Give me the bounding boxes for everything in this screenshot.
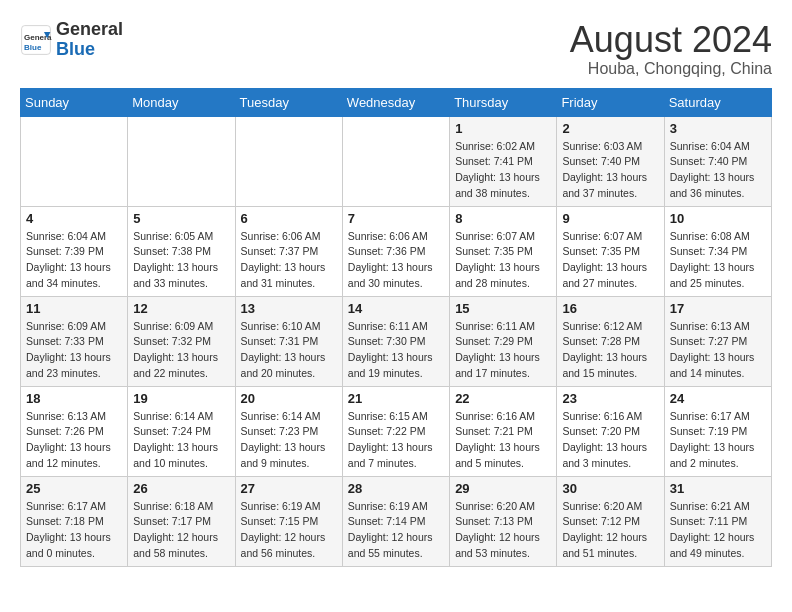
day-number: 18 bbox=[26, 391, 122, 406]
day-info: Sunrise: 6:16 AM Sunset: 7:20 PM Dayligh… bbox=[562, 409, 658, 472]
day-number: 27 bbox=[241, 481, 337, 496]
weekday-header-thursday: Thursday bbox=[450, 88, 557, 116]
calendar-cell: 5Sunrise: 6:05 AM Sunset: 7:38 PM Daylig… bbox=[128, 206, 235, 296]
logo: General Blue General Blue bbox=[20, 20, 123, 60]
month-year-title: August 2024 bbox=[570, 20, 772, 60]
calendar-week-row: 11Sunrise: 6:09 AM Sunset: 7:33 PM Dayli… bbox=[21, 296, 772, 386]
day-number: 22 bbox=[455, 391, 551, 406]
day-info: Sunrise: 6:10 AM Sunset: 7:31 PM Dayligh… bbox=[241, 319, 337, 382]
day-number: 2 bbox=[562, 121, 658, 136]
day-number: 12 bbox=[133, 301, 229, 316]
calendar-cell: 24Sunrise: 6:17 AM Sunset: 7:19 PM Dayli… bbox=[664, 386, 771, 476]
calendar-cell: 13Sunrise: 6:10 AM Sunset: 7:31 PM Dayli… bbox=[235, 296, 342, 386]
calendar-cell bbox=[128, 116, 235, 206]
day-number: 17 bbox=[670, 301, 766, 316]
calendar-week-row: 18Sunrise: 6:13 AM Sunset: 7:26 PM Dayli… bbox=[21, 386, 772, 476]
day-info: Sunrise: 6:13 AM Sunset: 7:26 PM Dayligh… bbox=[26, 409, 122, 472]
day-info: Sunrise: 6:08 AM Sunset: 7:34 PM Dayligh… bbox=[670, 229, 766, 292]
calendar-cell: 19Sunrise: 6:14 AM Sunset: 7:24 PM Dayli… bbox=[128, 386, 235, 476]
calendar-week-row: 1Sunrise: 6:02 AM Sunset: 7:41 PM Daylig… bbox=[21, 116, 772, 206]
location-subtitle: Houba, Chongqing, China bbox=[570, 60, 772, 78]
day-info: Sunrise: 6:17 AM Sunset: 7:19 PM Dayligh… bbox=[670, 409, 766, 472]
day-info: Sunrise: 6:13 AM Sunset: 7:27 PM Dayligh… bbox=[670, 319, 766, 382]
weekday-header-wednesday: Wednesday bbox=[342, 88, 449, 116]
day-info: Sunrise: 6:02 AM Sunset: 7:41 PM Dayligh… bbox=[455, 139, 551, 202]
calendar-cell bbox=[235, 116, 342, 206]
day-number: 30 bbox=[562, 481, 658, 496]
calendar-cell: 12Sunrise: 6:09 AM Sunset: 7:32 PM Dayli… bbox=[128, 296, 235, 386]
calendar-cell: 22Sunrise: 6:16 AM Sunset: 7:21 PM Dayli… bbox=[450, 386, 557, 476]
day-number: 13 bbox=[241, 301, 337, 316]
day-info: Sunrise: 6:20 AM Sunset: 7:13 PM Dayligh… bbox=[455, 499, 551, 562]
calendar-cell: 10Sunrise: 6:08 AM Sunset: 7:34 PM Dayli… bbox=[664, 206, 771, 296]
day-number: 10 bbox=[670, 211, 766, 226]
page-container: General Blue General Blue August 2024 Ho… bbox=[20, 20, 772, 567]
day-number: 14 bbox=[348, 301, 444, 316]
day-info: Sunrise: 6:05 AM Sunset: 7:38 PM Dayligh… bbox=[133, 229, 229, 292]
weekday-header-sunday: Sunday bbox=[21, 88, 128, 116]
day-info: Sunrise: 6:07 AM Sunset: 7:35 PM Dayligh… bbox=[562, 229, 658, 292]
calendar-body: 1Sunrise: 6:02 AM Sunset: 7:41 PM Daylig… bbox=[21, 116, 772, 566]
day-number: 29 bbox=[455, 481, 551, 496]
day-number: 3 bbox=[670, 121, 766, 136]
day-info: Sunrise: 6:19 AM Sunset: 7:15 PM Dayligh… bbox=[241, 499, 337, 562]
day-info: Sunrise: 6:06 AM Sunset: 7:36 PM Dayligh… bbox=[348, 229, 444, 292]
day-number: 9 bbox=[562, 211, 658, 226]
day-number: 24 bbox=[670, 391, 766, 406]
calendar-cell: 15Sunrise: 6:11 AM Sunset: 7:29 PM Dayli… bbox=[450, 296, 557, 386]
calendar-cell: 3Sunrise: 6:04 AM Sunset: 7:40 PM Daylig… bbox=[664, 116, 771, 206]
calendar-cell: 1Sunrise: 6:02 AM Sunset: 7:41 PM Daylig… bbox=[450, 116, 557, 206]
day-info: Sunrise: 6:14 AM Sunset: 7:23 PM Dayligh… bbox=[241, 409, 337, 472]
day-info: Sunrise: 6:04 AM Sunset: 7:39 PM Dayligh… bbox=[26, 229, 122, 292]
day-info: Sunrise: 6:06 AM Sunset: 7:37 PM Dayligh… bbox=[241, 229, 337, 292]
weekday-header-saturday: Saturday bbox=[664, 88, 771, 116]
calendar-cell: 30Sunrise: 6:20 AM Sunset: 7:12 PM Dayli… bbox=[557, 476, 664, 566]
day-info: Sunrise: 6:18 AM Sunset: 7:17 PM Dayligh… bbox=[133, 499, 229, 562]
calendar-cell: 23Sunrise: 6:16 AM Sunset: 7:20 PM Dayli… bbox=[557, 386, 664, 476]
calendar-cell: 20Sunrise: 6:14 AM Sunset: 7:23 PM Dayli… bbox=[235, 386, 342, 476]
svg-text:Blue: Blue bbox=[24, 42, 42, 51]
day-info: Sunrise: 6:17 AM Sunset: 7:18 PM Dayligh… bbox=[26, 499, 122, 562]
day-info: Sunrise: 6:14 AM Sunset: 7:24 PM Dayligh… bbox=[133, 409, 229, 472]
calendar-cell: 29Sunrise: 6:20 AM Sunset: 7:13 PM Dayli… bbox=[450, 476, 557, 566]
day-info: Sunrise: 6:11 AM Sunset: 7:29 PM Dayligh… bbox=[455, 319, 551, 382]
calendar-cell: 4Sunrise: 6:04 AM Sunset: 7:39 PM Daylig… bbox=[21, 206, 128, 296]
logo-text: General Blue bbox=[56, 20, 123, 60]
calendar-cell: 16Sunrise: 6:12 AM Sunset: 7:28 PM Dayli… bbox=[557, 296, 664, 386]
day-info: Sunrise: 6:11 AM Sunset: 7:30 PM Dayligh… bbox=[348, 319, 444, 382]
title-block: August 2024 Houba, Chongqing, China bbox=[570, 20, 772, 78]
calendar-cell: 28Sunrise: 6:19 AM Sunset: 7:14 PM Dayli… bbox=[342, 476, 449, 566]
weekday-header-friday: Friday bbox=[557, 88, 664, 116]
day-number: 4 bbox=[26, 211, 122, 226]
day-info: Sunrise: 6:16 AM Sunset: 7:21 PM Dayligh… bbox=[455, 409, 551, 472]
day-info: Sunrise: 6:21 AM Sunset: 7:11 PM Dayligh… bbox=[670, 499, 766, 562]
weekday-header-monday: Monday bbox=[128, 88, 235, 116]
calendar-cell: 18Sunrise: 6:13 AM Sunset: 7:26 PM Dayli… bbox=[21, 386, 128, 476]
day-number: 5 bbox=[133, 211, 229, 226]
weekday-header-tuesday: Tuesday bbox=[235, 88, 342, 116]
calendar-cell: 31Sunrise: 6:21 AM Sunset: 7:11 PM Dayli… bbox=[664, 476, 771, 566]
day-info: Sunrise: 6:04 AM Sunset: 7:40 PM Dayligh… bbox=[670, 139, 766, 202]
day-number: 7 bbox=[348, 211, 444, 226]
day-info: Sunrise: 6:12 AM Sunset: 7:28 PM Dayligh… bbox=[562, 319, 658, 382]
day-info: Sunrise: 6:03 AM Sunset: 7:40 PM Dayligh… bbox=[562, 139, 658, 202]
calendar-header: SundayMondayTuesdayWednesdayThursdayFrid… bbox=[21, 88, 772, 116]
day-number: 31 bbox=[670, 481, 766, 496]
page-header: General Blue General Blue August 2024 Ho… bbox=[20, 20, 772, 78]
day-number: 20 bbox=[241, 391, 337, 406]
calendar-cell: 26Sunrise: 6:18 AM Sunset: 7:17 PM Dayli… bbox=[128, 476, 235, 566]
calendar-week-row: 25Sunrise: 6:17 AM Sunset: 7:18 PM Dayli… bbox=[21, 476, 772, 566]
calendar-cell: 7Sunrise: 6:06 AM Sunset: 7:36 PM Daylig… bbox=[342, 206, 449, 296]
logo-icon: General Blue bbox=[20, 24, 52, 56]
day-number: 15 bbox=[455, 301, 551, 316]
day-number: 8 bbox=[455, 211, 551, 226]
day-info: Sunrise: 6:07 AM Sunset: 7:35 PM Dayligh… bbox=[455, 229, 551, 292]
day-number: 23 bbox=[562, 391, 658, 406]
calendar-week-row: 4Sunrise: 6:04 AM Sunset: 7:39 PM Daylig… bbox=[21, 206, 772, 296]
calendar-cell: 2Sunrise: 6:03 AM Sunset: 7:40 PM Daylig… bbox=[557, 116, 664, 206]
day-number: 26 bbox=[133, 481, 229, 496]
calendar-cell: 21Sunrise: 6:15 AM Sunset: 7:22 PM Dayli… bbox=[342, 386, 449, 476]
day-info: Sunrise: 6:09 AM Sunset: 7:32 PM Dayligh… bbox=[133, 319, 229, 382]
calendar-cell: 8Sunrise: 6:07 AM Sunset: 7:35 PM Daylig… bbox=[450, 206, 557, 296]
day-info: Sunrise: 6:20 AM Sunset: 7:12 PM Dayligh… bbox=[562, 499, 658, 562]
